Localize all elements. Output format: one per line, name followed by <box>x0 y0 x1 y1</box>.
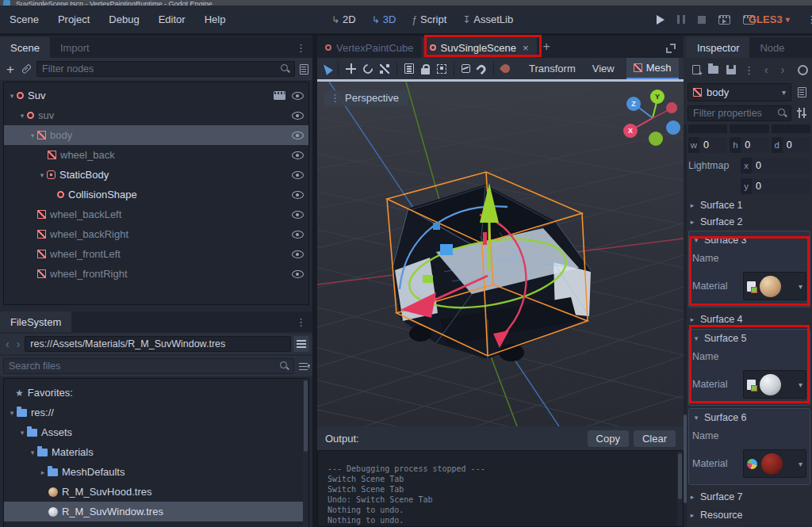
visibility-eye-icon[interactable] <box>292 231 304 239</box>
visibility-eye-icon[interactable] <box>292 270 304 278</box>
lock-icon[interactable] <box>421 68 430 74</box>
scene-tab-suvsinglescene[interactable]: SuvSingleScene × <box>422 37 537 58</box>
fs-row-meshdefaults[interactable]: ▸ MeshDefaults <box>4 462 308 482</box>
stop-button[interactable] <box>698 16 706 24</box>
tab-import[interactable]: Import <box>50 37 100 58</box>
section-surface5[interactable]: ▾ Surface 5 <box>692 330 806 346</box>
collapse-icon[interactable]: ▾ <box>7 92 17 100</box>
tree-row-wheel-backleft[interactable]: wheel_backLeft <box>4 204 308 224</box>
visibility-eye-icon[interactable] <box>292 250 304 258</box>
fs-row-suvwindow[interactable]: R_M_SuvWindow.tres <box>4 502 308 521</box>
collapse-icon[interactable]: ▾ <box>37 171 47 179</box>
play-scene-button[interactable] <box>718 15 730 25</box>
tree-row-wheel-backright[interactable]: wheel_backRight <box>4 224 308 244</box>
expand-viewport-icon[interactable] <box>666 44 676 53</box>
output-scrollbar[interactable] <box>677 451 683 526</box>
fs-row-vertexpaintblended[interactable]: R_M_VertexPaintBlended.tres <box>4 521 308 527</box>
menu-help[interactable]: Help <box>195 13 236 25</box>
search-files-input[interactable] <box>3 358 294 374</box>
group-icon[interactable] <box>437 64 446 74</box>
file-sort-icon[interactable] <box>299 362 309 371</box>
attach-script-icon[interactable] <box>300 64 308 74</box>
property-options-icon[interactable] <box>797 108 807 118</box>
surface3-material-control[interactable]: ▾ <box>743 272 806 300</box>
scene-tab-vertexpaintcube[interactable]: VertexPaintCube <box>317 37 422 58</box>
history-forward-icon[interactable]: › <box>779 63 787 76</box>
w-field[interactable]: w 0 <box>688 137 727 153</box>
tab-scene[interactable]: Scene <box>0 37 50 58</box>
collapse-icon[interactable]: ▾ <box>28 449 37 456</box>
section-surface1[interactable]: ▸ Surface 1 <box>688 197 810 213</box>
add-node-button[interactable]: + <box>4 63 17 76</box>
tree-row-wheel-frontright[interactable]: wheel_frontRight <box>4 264 308 284</box>
resource-menu-icon[interactable]: ⋮ <box>744 64 754 76</box>
move-tool-icon[interactable] <box>346 63 356 74</box>
fs-row-suvhood[interactable]: R_M_SuvHood.tres <box>4 482 308 502</box>
tree-row-body[interactable]: ▾ body <box>4 125 308 145</box>
output-log[interactable]: --- Debugging process stopped --- Switch… <box>317 450 684 527</box>
expand-icon[interactable]: ▸ <box>38 468 48 476</box>
close-icon[interactable]: × <box>523 42 529 54</box>
mode-3d-button[interactable]: ↳ 3D <box>372 13 396 25</box>
fs-row-favorites[interactable]: ★ Favorites: <box>4 383 308 403</box>
material-preview-sphere[interactable] <box>760 374 781 395</box>
section-surface4[interactable]: ▸ Surface 4 <box>688 310 810 328</box>
perspective-menu[interactable]: ⋮ Perspective <box>324 90 408 106</box>
save-resource-icon[interactable] <box>726 65 736 74</box>
menu-debug[interactable]: Debug <box>99 13 148 25</box>
current-path-field[interactable] <box>25 336 291 352</box>
tree-row-suv-child[interactable]: ▾ suv <box>4 105 308 125</box>
tab-node[interactable]: Node <box>749 37 795 58</box>
chevron-down-icon[interactable]: ▾ <box>799 282 802 291</box>
local-space-icon[interactable] <box>462 64 470 73</box>
surface5-material-control[interactable]: ▾ <box>743 370 806 399</box>
menu-scene[interactable]: Scene <box>0 13 48 25</box>
new-resource-icon[interactable] <box>692 65 700 74</box>
tree-row-suv[interactable]: ▾ Suv <box>4 86 308 105</box>
visibility-eye-icon[interactable] <box>292 132 304 139</box>
tree-row-wheel-frontleft[interactable]: wheel_frontLeft <box>4 244 308 264</box>
collapse-icon[interactable]: ▾ <box>7 409 17 417</box>
visibility-eye-icon[interactable] <box>292 112 304 120</box>
section-surface6[interactable]: ▾ Surface 6 <box>692 409 806 426</box>
tab-filesystem[interactable]: FileSystem <box>0 311 71 332</box>
history-forward-icon[interactable]: › <box>14 338 23 350</box>
dock-menu-icon[interactable]: ⋮ <box>296 42 306 54</box>
split-mode-icon[interactable] <box>293 336 309 352</box>
list-select-icon[interactable] <box>404 63 414 74</box>
lightmap-x-field[interactable]: x 0 <box>741 158 810 174</box>
visibility-eye-icon[interactable] <box>292 92 304 100</box>
menu-editor[interactable]: Editor <box>149 13 195 25</box>
inspector-scrollbar[interactable] <box>684 124 687 527</box>
section-surface3[interactable]: ▾ Surface 3 <box>692 231 806 248</box>
pause-button[interactable] <box>677 15 685 24</box>
clear-button[interactable]: Clear <box>634 430 676 447</box>
filter-nodes-input[interactable] <box>36 61 295 77</box>
lightmap-y-field[interactable]: y 0 <box>741 178 810 194</box>
section-surface2[interactable]: ▸ Surface 2 <box>688 213 810 230</box>
history-back-icon[interactable]: ‹ <box>762 63 771 76</box>
collapse-icon[interactable]: ▾ <box>17 112 27 120</box>
tree-row-staticbody[interactable]: ▾ StaticBody <box>4 165 308 185</box>
filesystem-scrollbar[interactable] <box>303 379 308 527</box>
copy-button[interactable]: Copy <box>588 430 629 447</box>
dock-menu-icon[interactable]: ⋮ <box>296 316 306 328</box>
edited-object-dropdown[interactable]: body ▾ <box>688 83 791 101</box>
transform-menu[interactable]: Transform <box>524 63 580 74</box>
d-field[interactable]: d 0 <box>772 137 810 153</box>
mesh-menu[interactable]: Mesh <box>626 58 679 79</box>
fs-row-res[interactable]: ▾ res:// <box>4 403 308 422</box>
fs-row-materials[interactable]: ▾ Materials <box>4 442 308 462</box>
menubar-overflow-icon[interactable]: ⋮ <box>806 13 812 25</box>
snap-magnet-icon[interactable] <box>476 63 488 74</box>
chevron-down-icon[interactable]: ▾ <box>799 380 802 389</box>
visibility-eye-icon[interactable] <box>292 171 304 179</box>
tree-row-wheel-back[interactable]: wheel_back <box>4 145 308 165</box>
collapse-icon[interactable]: ▾ <box>28 132 37 139</box>
visibility-eye-icon[interactable] <box>292 151 304 159</box>
h-field[interactable]: h 0 <box>730 137 768 153</box>
filter-properties-input[interactable] <box>688 105 791 121</box>
rotate-tool-icon[interactable] <box>362 62 375 75</box>
fs-row-assets[interactable]: ▾ Assets <box>4 422 308 442</box>
visibility-eye-icon[interactable] <box>292 191 304 199</box>
